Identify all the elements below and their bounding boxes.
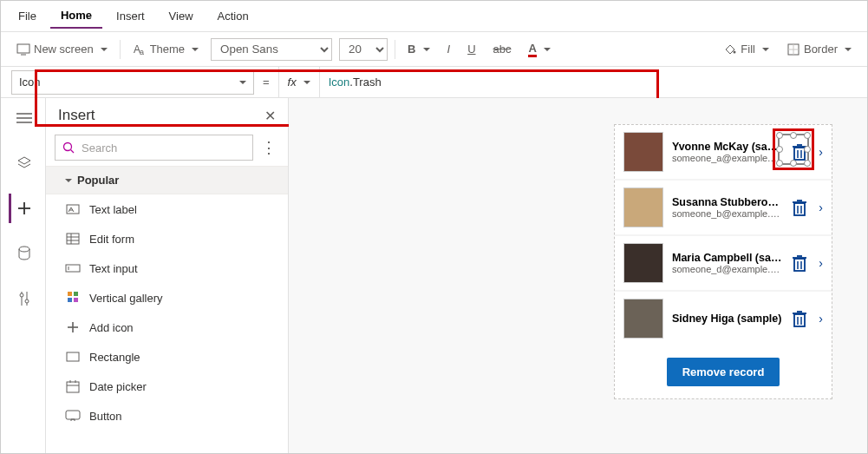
insert-item-label: Date picker [89, 380, 147, 393]
card-name: Maria Campbell (sample) [672, 252, 782, 264]
menu-action[interactable]: Action [207, 4, 259, 28]
chevron-down-icon [236, 76, 246, 89]
category-popular[interactable]: Popular [46, 166, 288, 194]
left-rail [1, 98, 46, 453]
chevron-right-icon[interactable]: › [819, 201, 823, 214]
fill-label: Fill [741, 43, 755, 56]
theme-button[interactable]: Aa Theme [127, 39, 204, 60]
font-select[interactable]: Open Sans [211, 38, 332, 61]
formula-input[interactable]: Icon.Trash [320, 76, 867, 89]
rectangle-icon [65, 349, 81, 365]
gallery-card[interactable]: Yvonne McKay (sample)someone_a@example.c… [615, 125, 832, 181]
gallery-card[interactable]: Sidney Higa (sample)› [615, 292, 832, 345]
insert-item-edit-form[interactable]: Edit form [46, 224, 288, 253]
fontcolor-button[interactable]: A [523, 38, 555, 61]
avatar [623, 132, 663, 172]
card-name: Sidney Higa (sample) [672, 313, 782, 325]
menu-bar: File Home Insert View Action [1, 1, 867, 32]
rail-layers[interactable] [9, 148, 38, 178]
new-screen-label: New screen [34, 43, 94, 56]
bold-button[interactable]: B [402, 39, 434, 59]
border-label: Border [804, 43, 838, 56]
italic-button[interactable]: I [442, 39, 456, 59]
fill-button[interactable]: Fill [718, 39, 774, 60]
gallery-card[interactable]: Maria Campbell (sample)someone_d@example… [615, 236, 832, 292]
new-screen-button[interactable]: New screen [11, 39, 113, 60]
menu-insert[interactable]: Insert [106, 4, 155, 28]
selection-handle[interactable] [776, 146, 783, 153]
canvas[interactable]: Yvonne McKay (sample)someone_a@example.c… [289, 98, 867, 453]
menu-home[interactable]: Home [50, 3, 102, 29]
card-name: Yvonne McKay (sample) [672, 141, 782, 153]
svg-line-21 [71, 150, 75, 154]
card-email: someone_a@example.com [672, 153, 782, 163]
trash-icon[interactable] [791, 253, 810, 273]
search-input[interactable]: Search [55, 135, 253, 161]
search-placeholder: Search [82, 141, 117, 155]
selection-handle[interactable] [776, 132, 783, 139]
insert-item-rectangle[interactable]: Rectangle [46, 342, 288, 372]
rail-settings[interactable] [9, 284, 38, 313]
close-icon[interactable]: ✕ [264, 108, 276, 124]
property-dropdown[interactable]: Icon [11, 70, 254, 95]
button-icon [65, 408, 81, 424]
chevron-right-icon[interactable]: › [819, 312, 823, 326]
svg-point-20 [64, 143, 72, 151]
property-value: Icon [19, 76, 41, 89]
card-info: Sidney Higa (sample) [672, 313, 782, 325]
rail-tree[interactable] [9, 103, 38, 133]
svg-point-13 [19, 247, 29, 252]
add-icon-icon [65, 319, 81, 335]
insert-item-label: Edit form [89, 233, 134, 246]
fx-button[interactable]: fx [278, 67, 320, 97]
chevron-right-icon[interactable]: › [819, 256, 823, 270]
underline-button[interactable]: U [462, 39, 480, 59]
chevron-down-icon [62, 174, 72, 187]
insert-item-label: Add icon [89, 321, 134, 334]
selection-handle[interactable] [804, 160, 811, 167]
chevron-down-icon [540, 43, 551, 56]
insert-item-text-input[interactable]: Text input [46, 253, 288, 283]
gallery-card[interactable]: Susanna Stubberod (sample)someone_b@exam… [615, 181, 832, 236]
insert-item-button[interactable]: Button [46, 401, 288, 431]
fontsize-select[interactable]: 20 [339, 38, 388, 61]
card-info: Yvonne McKay (sample)someone_a@example.c… [672, 141, 782, 163]
insert-panel: Insert ✕ Search ⋮ Popular Text labelEdit… [46, 98, 289, 453]
menu-view[interactable]: View [159, 4, 204, 28]
selection-handle[interactable] [790, 132, 797, 139]
svg-rect-31 [74, 292, 78, 296]
border-button[interactable]: Border [781, 39, 857, 60]
gallery-control[interactable]: Yvonne McKay (sample)someone_a@example.c… [614, 124, 832, 399]
chevron-right-icon[interactable]: › [819, 145, 823, 159]
insert-item-label: Text input [89, 262, 138, 275]
theme-label: Theme [150, 43, 185, 56]
selection-handle[interactable] [790, 160, 797, 167]
svg-text:a: a [140, 48, 144, 56]
selection-handle[interactable] [804, 132, 811, 139]
trash-icon[interactable] [791, 198, 810, 217]
rail-insert[interactable] [9, 194, 38, 223]
rail-data[interactable] [9, 239, 38, 268]
insert-item-text-label[interactable]: Text label [46, 194, 288, 224]
strike-button[interactable]: abc [488, 39, 517, 59]
more-button[interactable]: ⋮ [258, 138, 279, 157]
insert-item-label: Rectangle [89, 351, 140, 364]
insert-item-add-icon[interactable]: Add icon [46, 313, 288, 342]
trash-icon[interactable] [791, 309, 810, 328]
svg-rect-30 [68, 292, 72, 296]
selection-handle[interactable] [804, 146, 811, 153]
svg-rect-32 [68, 298, 72, 302]
menu-file[interactable]: File [8, 4, 47, 28]
remove-record-button[interactable]: Remove record [667, 358, 780, 386]
svg-rect-37 [67, 382, 79, 392]
svg-rect-33 [74, 298, 78, 302]
svg-rect-47 [794, 203, 805, 215]
chevron-down-icon [300, 76, 310, 89]
insert-item-vertical-gallery[interactable]: Vertical gallery [46, 283, 288, 313]
formula-namespace: Icon [329, 76, 350, 89]
theme-icon: Aa [133, 43, 147, 56]
equals-label: = [254, 76, 278, 89]
selection-handle[interactable] [776, 160, 783, 167]
insert-item-date-picker[interactable]: Date picker [46, 372, 288, 401]
screen-icon [16, 43, 30, 56]
